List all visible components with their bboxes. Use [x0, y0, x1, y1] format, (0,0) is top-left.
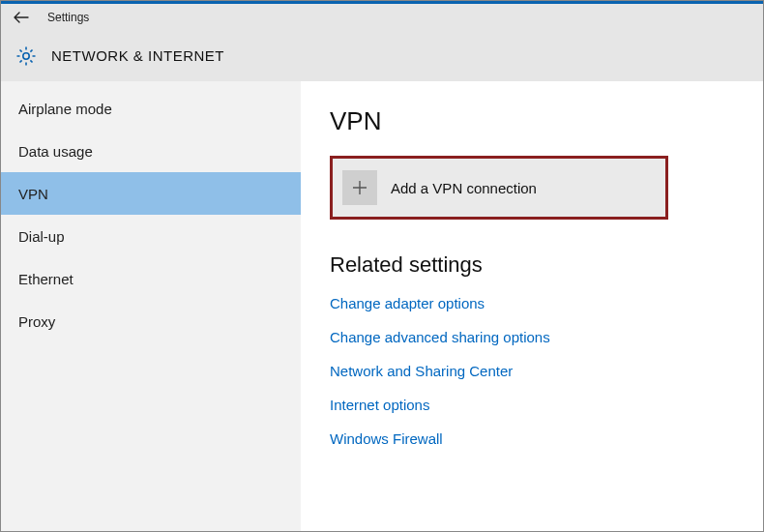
- category-header: NETWORK & INTERNET: [1, 31, 763, 81]
- plus-icon: [342, 170, 377, 205]
- sidebar-item-airplane-mode[interactable]: Airplane mode: [1, 87, 301, 130]
- title-bar-label: Settings: [47, 11, 89, 24]
- link-internet-options[interactable]: Internet options: [330, 397, 429, 413]
- title-bar: Settings: [1, 4, 763, 31]
- gear-icon: [15, 44, 38, 68]
- link-network-and-sharing-center[interactable]: Network and Sharing Center: [330, 363, 513, 379]
- sidebar-item-vpn[interactable]: VPN: [1, 172, 301, 215]
- category-title: NETWORK & INTERNET: [51, 47, 224, 64]
- page-title: VPN: [330, 106, 763, 136]
- link-change-adapter-options[interactable]: Change adapter options: [330, 295, 485, 311]
- body: Airplane modeData usageVPNDial-upEtherne…: [1, 81, 763, 531]
- add-vpn-connection-button[interactable]: Add a VPN connection: [330, 156, 668, 220]
- sidebar-item-ethernet[interactable]: Ethernet: [1, 257, 301, 300]
- sidebar: Airplane modeData usageVPNDial-upEtherne…: [1, 81, 301, 531]
- back-arrow-icon[interactable]: [13, 12, 30, 23]
- link-windows-firewall[interactable]: Windows Firewall: [330, 430, 443, 447]
- related-links-list: Change adapter optionsChange advanced sh…: [330, 295, 763, 447]
- settings-window: Settings NETWORK & INTERNET Airplane mod…: [0, 0, 764, 532]
- sidebar-item-dial-up[interactable]: Dial-up: [1, 215, 301, 257]
- main-panel: VPN Add a VPN connection Related setting…: [301, 81, 763, 531]
- svg-point-0: [23, 52, 29, 58]
- link-change-advanced-sharing-options[interactable]: Change advanced sharing options: [330, 329, 550, 345]
- add-vpn-label: Add a VPN connection: [391, 180, 537, 196]
- related-settings-title: Related settings: [330, 252, 763, 278]
- sidebar-item-proxy[interactable]: Proxy: [1, 300, 301, 342]
- sidebar-item-data-usage[interactable]: Data usage: [1, 130, 301, 172]
